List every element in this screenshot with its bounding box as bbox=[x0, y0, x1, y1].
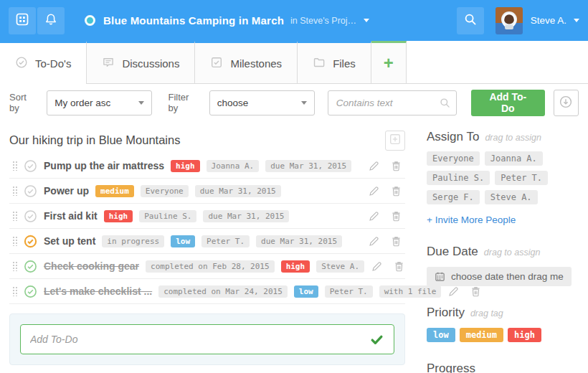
progress-badge: in progress bbox=[102, 235, 164, 247]
chevron-down-icon bbox=[364, 19, 369, 22]
assignee-badge: Peter T. bbox=[201, 235, 250, 247]
sort-select[interactable]: My order asc bbox=[47, 90, 152, 115]
assignee-badge: Everyone bbox=[141, 185, 189, 197]
filter-select[interactable]: choose bbox=[209, 90, 315, 115]
todo-row: Power up medium Everyone due Mar 31, 201… bbox=[9, 179, 405, 204]
person-chip[interactable]: Steve A. bbox=[485, 190, 538, 204]
assign-to-section: Assign To drag to assign Everyone Joanna… bbox=[427, 130, 579, 225]
person-chip[interactable]: Everyone bbox=[427, 151, 480, 166]
project-color-dot bbox=[85, 15, 95, 26]
delete-trash-icon[interactable] bbox=[390, 160, 402, 172]
assignee-badge: Steve A. bbox=[316, 260, 364, 273]
assign-to-hint: drag to assign bbox=[485, 133, 541, 143]
todo-status-open-icon[interactable] bbox=[24, 159, 37, 173]
drag-handle-icon[interactable] bbox=[12, 236, 17, 246]
due-date-section: Due Date drag to assign choose date then… bbox=[427, 245, 579, 286]
tab-discussions[interactable]: Discussions bbox=[87, 41, 195, 83]
person-chip[interactable]: Pauline S. bbox=[427, 171, 490, 185]
edit-pencil-icon[interactable] bbox=[368, 160, 380, 172]
download-button[interactable] bbox=[554, 90, 579, 116]
tab-files[interactable]: Files bbox=[298, 41, 371, 83]
avatar[interactable] bbox=[495, 7, 523, 34]
edit-pencil-icon[interactable] bbox=[371, 260, 383, 273]
filter-by-label: Filter by bbox=[168, 92, 200, 113]
progress-section: Progress completed in progress bbox=[427, 362, 579, 373]
todo-title[interactable]: Power up bbox=[44, 185, 89, 197]
todo-title[interactable]: Pump up the air mattress bbox=[44, 160, 164, 171]
due-date-badge: due Mar 31, 2015 bbox=[256, 235, 342, 247]
priority-tag-high[interactable]: high bbox=[508, 328, 541, 342]
tab-add-module[interactable]: + bbox=[371, 41, 407, 83]
todo-status-open-icon[interactable] bbox=[24, 184, 37, 198]
add-todo-button[interactable]: Add To-Do bbox=[471, 90, 545, 116]
main-area: Our hiking trip in Blue Mountains Pump u… bbox=[0, 121, 588, 373]
assignee-badge: Pauline S. bbox=[139, 210, 196, 222]
calendar-icon bbox=[435, 271, 445, 282]
todo-list-panel: Our hiking trip in Blue Mountains Pump u… bbox=[9, 121, 405, 373]
add-sublist-button[interactable] bbox=[385, 131, 405, 151]
priority-badge: medium bbox=[95, 185, 134, 197]
priority-badge: low bbox=[171, 235, 195, 247]
discussion-bubble-icon bbox=[102, 56, 115, 71]
priority-tag-medium[interactable]: medium bbox=[460, 328, 503, 342]
delete-trash-icon[interactable] bbox=[390, 235, 402, 247]
edit-pencil-icon[interactable] bbox=[368, 185, 380, 197]
user-name: Steve A. bbox=[531, 15, 566, 26]
module-tabs: To-Do's Discussions Milestones Files + bbox=[0, 41, 588, 84]
priority-tag-low[interactable]: low bbox=[427, 328, 455, 342]
todo-title[interactable]: Set up tent bbox=[44, 235, 95, 247]
invite-more-people-link[interactable]: + Invite More People bbox=[427, 214, 516, 225]
list-title: Our hiking trip in Blue Mountains bbox=[9, 133, 180, 147]
drag-handle-icon[interactable] bbox=[12, 286, 17, 296]
project-switcher[interactable]: Blue Mountains Camping in March in Steve… bbox=[85, 14, 369, 27]
person-chip[interactable]: Peter T. bbox=[495, 171, 548, 185]
due-date-drag-chip[interactable]: choose date then drag me bbox=[427, 267, 572, 286]
todo-title[interactable]: Let's make checklist ... bbox=[44, 285, 152, 297]
plus-icon: + bbox=[384, 55, 394, 72]
person-chip[interactable]: Joanna A. bbox=[485, 151, 543, 166]
due-date-hint: drag to assign bbox=[484, 247, 541, 258]
drag-handle-icon[interactable] bbox=[12, 186, 17, 196]
drag-handle-icon[interactable] bbox=[12, 211, 17, 221]
quick-add-input[interactable] bbox=[30, 334, 369, 345]
notifications-button[interactable] bbox=[37, 7, 65, 34]
user-menu[interactable]: Steve A. bbox=[523, 15, 579, 26]
edit-pencil-icon[interactable] bbox=[368, 235, 380, 247]
delete-trash-icon[interactable] bbox=[390, 185, 402, 197]
assignee-badge: Joanna A. bbox=[207, 160, 260, 172]
sort-select-value: My order asc bbox=[54, 98, 110, 108]
apps-grid-button[interactable] bbox=[9, 7, 36, 34]
todo-status-in-progress-icon[interactable] bbox=[24, 235, 37, 248]
due-date-chip-label: choose date then drag me bbox=[451, 271, 564, 282]
tab-milestones[interactable]: Milestones bbox=[195, 41, 298, 83]
contains-text-search bbox=[328, 90, 457, 115]
drag-handle-icon[interactable] bbox=[12, 161, 17, 171]
search-input[interactable] bbox=[328, 90, 457, 115]
todo-title[interactable]: First aid kit bbox=[44, 210, 98, 222]
tab-label: To-Do's bbox=[35, 57, 71, 70]
delete-trash-icon[interactable] bbox=[390, 210, 402, 222]
tab-label: Discussions bbox=[122, 57, 179, 70]
todo-status-open-icon[interactable] bbox=[24, 209, 37, 223]
todo-row: Let's make checklist ... completed on Ma… bbox=[9, 279, 405, 304]
confirm-check-icon[interactable] bbox=[369, 332, 384, 347]
todo-status-completed-icon[interactable] bbox=[24, 285, 37, 298]
project-title: Blue Mountains Camping in March bbox=[103, 14, 284, 27]
check-circle-icon bbox=[15, 56, 28, 71]
search-button[interactable] bbox=[457, 7, 484, 34]
drag-handle-icon[interactable] bbox=[12, 261, 17, 271]
project-group: in Steve's Proj… bbox=[290, 16, 356, 26]
due-date-badge: due Mar 31, 2015 bbox=[203, 210, 289, 222]
quick-add-panel bbox=[9, 313, 405, 365]
tab-todos[interactable]: To-Do's bbox=[0, 41, 87, 83]
priority-badge: high bbox=[104, 210, 133, 222]
tab-label: Files bbox=[333, 57, 356, 70]
edit-pencil-icon[interactable] bbox=[368, 210, 380, 222]
todo-title[interactable]: Check cooking gear bbox=[44, 260, 139, 272]
delete-trash-icon[interactable] bbox=[393, 260, 405, 273]
person-chip[interactable]: Serge F. bbox=[427, 190, 480, 204]
chevron-down-icon bbox=[574, 19, 579, 22]
todo-row: First aid kit high Pauline S. due Mar 31… bbox=[9, 204, 405, 229]
assign-to-title: Assign To bbox=[427, 130, 479, 144]
todo-status-completed-icon[interactable] bbox=[24, 260, 37, 273]
